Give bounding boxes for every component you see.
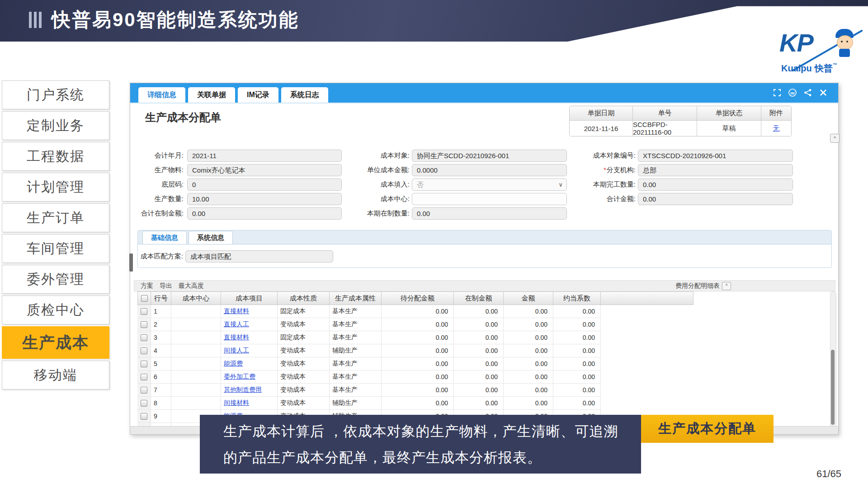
grid-collapse-button[interactable]: ^	[722, 282, 731, 290]
cell-item[interactable]: 能源费	[221, 357, 278, 371]
im-icon[interactable]: IM	[788, 88, 797, 98]
tab-关联单据[interactable]: 关联单据	[188, 87, 235, 103]
row-checkbox[interactable]	[141, 387, 147, 394]
row-checkbox[interactable]	[141, 374, 147, 380]
form-input-合计金额[interactable]: 0.00	[638, 193, 793, 205]
sidebar-item-车间管理[interactable]: 车间管理	[2, 234, 109, 263]
cell-center	[171, 397, 221, 410]
grid-scrollbar-thumb[interactable]	[831, 350, 835, 425]
grid-header-金额[interactable]: 金额	[504, 291, 553, 305]
sidebar-item-生产订单[interactable]: 生产订单	[2, 203, 109, 232]
logo-name: Kuaipu快普™	[781, 62, 837, 75]
doc-info-table: 单据日期2021-11-16单号SCCBFPD-20211116-00单据状态草…	[569, 106, 792, 136]
form-input-生产物料[interactable]: Comix齐心笔记本	[187, 164, 342, 176]
grid-header-待分配金额[interactable]: 待分配金额	[382, 291, 454, 305]
row-checkbox[interactable]	[141, 413, 147, 420]
row-checkbox[interactable]	[141, 347, 147, 354]
tab-IM记录[interactable]: IM记录	[238, 87, 278, 103]
attachment-link[interactable]: 无	[773, 124, 780, 133]
form-input-本期在制数量[interactable]: 0.00	[412, 207, 567, 220]
grid-header-约当系数[interactable]: 约当系数	[553, 291, 601, 305]
form-input-会计年月[interactable]: 2021-11	[187, 150, 342, 162]
close-icon[interactable]	[818, 88, 828, 98]
form-input-单位成本金额[interactable]: 0.0000	[412, 164, 567, 176]
document-title: 生产成本分配单	[145, 110, 221, 125]
sidebar-item-定制业务[interactable]: 定制业务	[2, 111, 109, 140]
cell-item[interactable]: 其他制造费用	[221, 384, 278, 397]
cell-num: 9	[151, 410, 171, 423]
toolbar-link-导出[interactable]: 导出	[160, 282, 172, 290]
grid-header-成本性质[interactable]: 成本性质	[278, 291, 330, 305]
row-checkbox-cell	[137, 344, 151, 357]
grid-header-成本项目[interactable]: 成本项目	[221, 291, 278, 305]
panel-collapse-handle[interactable]	[129, 253, 133, 272]
tab-详细信息[interactable]: 详细信息	[138, 87, 185, 103]
form-label-生产物料: 生产物料:	[130, 166, 184, 174]
form-label-生产数量: 生产数量:	[130, 195, 184, 203]
match-field-input[interactable]: 成本项目匹配	[185, 250, 333, 263]
toolbar-link-方案[interactable]: 方案	[141, 282, 153, 290]
sidebar-item-计划管理[interactable]: 计划管理	[2, 173, 109, 202]
svg-text:IM: IM	[791, 91, 795, 95]
form-input-本期完工数量[interactable]: 0.00	[638, 178, 793, 191]
cell-item[interactable]: 直接材料	[221, 331, 278, 344]
sidebar-item-质检中心[interactable]: 质检中心	[2, 296, 109, 324]
cell-wip: 0.00	[454, 384, 504, 397]
cell-item[interactable]: 直接人工	[221, 318, 278, 331]
doc-info-value: 草稿	[697, 121, 761, 136]
fullscreen-icon[interactable]	[772, 88, 782, 98]
grid-header-行号[interactable]: 行号	[151, 291, 171, 305]
form-input-成本对象编号[interactable]: XTSCSCDD-20210926-001	[638, 150, 793, 162]
form-input-生产数量[interactable]: 10.00	[187, 193, 342, 205]
sidebar-menu: 门户系统定制业务工程数据计划管理生产订单车间管理委外管理质检中心生产成本移动端	[2, 80, 109, 391]
row-checkbox[interactable]	[141, 321, 147, 328]
grid-header-生产成本属性[interactable]: 生产成本属性	[330, 291, 382, 305]
form-input-合计在制金额[interactable]: 0.00	[187, 207, 342, 220]
cell-item[interactable]: 直接材料	[221, 305, 278, 318]
cell-item[interactable]: 间接材料	[221, 397, 278, 410]
inner-tab-系统信息[interactable]: 系统信息	[189, 231, 233, 244]
tab-系统日志[interactable]: 系统日志	[281, 87, 328, 103]
collapse-header-button[interactable]: ^	[830, 134, 840, 143]
cell-coef: 0.00	[553, 397, 601, 410]
inner-tab-基础信息[interactable]: 基础信息	[142, 231, 187, 244]
form-label-成本对象编号: 成本对象编号:	[560, 151, 636, 160]
sidebar-item-工程数据[interactable]: 工程数据	[2, 142, 109, 171]
match-field-row: 成本匹配方案: 成本项目匹配	[138, 250, 333, 262]
share-icon[interactable]	[803, 88, 813, 98]
grid-rows: 1直接材料固定成本基本生产0.000.000.000.002直接人工变动成本基本…	[137, 305, 601, 427]
cell-pending: 0.00	[382, 318, 454, 331]
doc-info-column: 单据日期2021-11-16	[570, 106, 633, 136]
form-row: 单位成本金额:0.0000	[334, 164, 567, 176]
form-input-成本对象[interactable]: 协同生产SCDD-20210926-001	[412, 150, 567, 162]
select-all-checkbox[interactable]	[141, 295, 148, 302]
form-input-底层码[interactable]: 0	[187, 178, 342, 191]
cell-num: 3	[151, 331, 171, 344]
row-checkbox[interactable]	[141, 361, 147, 367]
grid-scrollbar[interactable]	[830, 291, 836, 427]
form-label-分支机构: *分支机构:	[560, 166, 636, 174]
form-input-分支机构[interactable]: 总部	[638, 164, 793, 176]
row-checkbox[interactable]	[141, 400, 147, 407]
cell-attr: 辅助生产	[330, 344, 382, 357]
row-checkbox[interactable]	[141, 334, 147, 341]
form-input-成本中心[interactable]	[412, 193, 567, 205]
cell-item[interactable]: 间接人工	[221, 344, 278, 357]
cell-coef: 0.00	[553, 331, 601, 344]
sidebar-item-门户系统[interactable]: 门户系统	[2, 80, 109, 109]
grid-header-成本中心[interactable]: 成本中心	[171, 291, 221, 305]
cell-nature: 变动成本	[278, 384, 330, 397]
sidebar-item-移动端[interactable]: 移动端	[2, 361, 109, 389]
grid-toolbar-links: 方案导出最大高度	[134, 282, 204, 290]
sidebar-item-委外管理[interactable]: 委外管理	[2, 265, 109, 294]
toolbar-link-最大高度[interactable]: 最大高度	[179, 282, 204, 290]
grid-header-在制金额[interactable]: 在制金额	[454, 291, 504, 305]
cell-pending: 0.00	[382, 344, 454, 357]
sidebar-item-生产成本[interactable]: 生产成本	[2, 326, 109, 359]
row-checkbox[interactable]	[141, 308, 147, 315]
cell-item[interactable]: 委外加工费	[221, 371, 278, 384]
form-row: 成本填入:否∨	[334, 178, 567, 191]
form-input-成本填入[interactable]: 否∨	[412, 178, 567, 191]
grid-header-row: 行号成本中心成本项目成本性质生产成本属性待分配金额在制金额金额约当系数	[137, 291, 693, 305]
title-bars-icon	[29, 12, 42, 28]
